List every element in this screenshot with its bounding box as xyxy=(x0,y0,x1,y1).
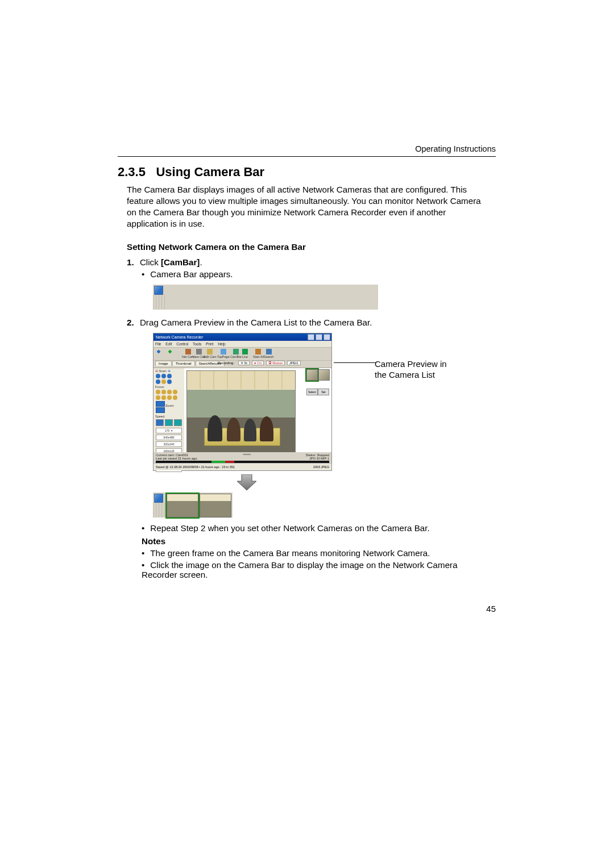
cambar-handle-icon xyxy=(154,286,163,295)
status-bar: Current cam: Cam001 ****** Status: Stopp… xyxy=(154,452,331,464)
size-170: 170 ▾ xyxy=(156,428,182,433)
figure-camera-bar-empty xyxy=(153,285,378,310)
side-panel: ⊖ Scan: ⊕ Focus: Zoom: Speed: 170 ▾ 640x… xyxy=(154,368,184,460)
note-1: The green frame on the Camera Bar means … xyxy=(142,548,483,558)
section-heading: 2.3.5 Using Camera Bar xyxy=(118,165,496,180)
step-2-number: 2. xyxy=(127,318,134,327)
content-column: 2.3.5 Using Camera Bar The Camera Bar di… xyxy=(118,165,496,579)
tb-live: Live xyxy=(242,349,248,358)
app-toolbar: Net Cam View Cam Edit Cam TopPage CamBar… xyxy=(154,347,331,361)
menu-help: Help xyxy=(218,342,225,346)
page-number: 45 xyxy=(486,604,496,614)
footer-bar: Saved @ 13:28:29 2003/08/08 • 21 hours a… xyxy=(154,463,331,470)
tb-search: Search xyxy=(264,349,273,358)
header-rule xyxy=(118,156,496,157)
tb-startall: Start All xyxy=(253,349,264,358)
down-arrow-icon xyxy=(237,474,256,490)
step-1-pre: Click xyxy=(140,257,161,267)
cambar2-grip xyxy=(153,503,165,518)
window-buttons xyxy=(308,334,330,340)
menu-edit: Edit xyxy=(165,342,172,346)
maximize-icon xyxy=(316,334,322,340)
status-last: Last pic saved 21 hours ago. xyxy=(156,457,198,460)
tab-thumbnail: Thumbnail xyxy=(172,361,195,366)
camera-preview-thumb-2 xyxy=(318,369,330,381)
tb-editcam: Edit Cam xyxy=(204,349,217,358)
subheading: Setting Network Camera on the Camera Bar xyxy=(127,242,496,252)
recording-cluster: Recording: ✕ St ● On ⦿ Motion JPEG xyxy=(216,361,302,365)
running-header: Operating Instructions xyxy=(415,144,496,153)
figure-camera-bar-filled xyxy=(153,493,233,518)
ptz-pad xyxy=(156,374,182,378)
rec-label: Recording: xyxy=(216,361,236,365)
menu-control: Control xyxy=(176,342,188,346)
size-640: 640x480 xyxy=(156,435,182,440)
step-1: 1. Click [CamBar]. xyxy=(127,257,496,267)
menu-print: Print xyxy=(206,342,213,346)
cambar2-handle-icon xyxy=(154,494,163,503)
menu-tools: Tools xyxy=(193,342,201,346)
step-2-repeat-bullet: Repeat Step 2 when you set other Network… xyxy=(142,523,496,533)
camera-preview-thumb-1 xyxy=(306,369,318,381)
status-stars: ****** xyxy=(243,453,251,457)
step-1-bullet: Camera Bar appears. xyxy=(142,269,496,279)
footer-right: 2003 JPEG xyxy=(313,464,329,470)
camlist-select: Select xyxy=(306,389,318,395)
callout-text: Camera Preview in the Camera List xyxy=(375,358,483,380)
tb-back xyxy=(156,349,161,355)
app-tabs: ImageThumbnailSearchResults Recording: ✕… xyxy=(154,361,331,368)
camera-list: SelectSet xyxy=(306,369,330,395)
app-title: Network Camera Recorder xyxy=(156,335,203,339)
step-1-bold: [CamBar] xyxy=(161,257,200,267)
heading-number: 2.3.5 xyxy=(118,165,146,179)
app-titlebar: Network Camera Recorder xyxy=(154,333,331,341)
note-2: Click the image on the Camera Bar to dis… xyxy=(142,560,483,579)
svg-marker-0 xyxy=(237,474,256,490)
minimize-icon xyxy=(308,334,314,340)
callout-line1: Camera Preview in xyxy=(375,359,447,369)
close-icon xyxy=(323,334,330,340)
heading-title: Using Camera Bar xyxy=(156,165,264,179)
cambar-grip xyxy=(153,295,165,310)
notes-label: Notes xyxy=(142,536,496,546)
tab-image: Image xyxy=(155,361,172,366)
callout-leader-line xyxy=(334,362,376,363)
step-2-text: Drag Camera Preview in the Camera List t… xyxy=(140,318,372,327)
size-320: 320x240 xyxy=(156,441,182,447)
camera-viewport xyxy=(186,370,296,457)
intro-paragraph: The Camera Bar displays images of all ac… xyxy=(127,184,488,229)
tb-fwd xyxy=(167,349,173,355)
tb-toppage: TopPage xyxy=(217,349,230,358)
figure-app-wrapper: Camera Preview in the Camera List Networ… xyxy=(153,333,494,471)
rec-stop: ✕ St xyxy=(238,361,250,365)
camlist-set: Set xyxy=(318,389,329,395)
menu-file: File xyxy=(155,342,161,346)
callout-line2: the Camera List xyxy=(375,370,435,379)
cambar-thumb-1 xyxy=(167,494,198,518)
rec-on: ● On xyxy=(252,361,264,365)
step-1-post: . xyxy=(200,257,202,267)
status-jpg: JPG Sf MIP 1 xyxy=(309,457,329,460)
figure-app-screenshot: Network Camera Recorder File Edit Contro… xyxy=(153,333,332,471)
tb-cambar: CamBar xyxy=(230,349,242,358)
app-body: ⊖ Scan: ⊕ Focus: Zoom: Speed: 170 ▾ 640x… xyxy=(154,368,331,460)
footer-left: Saved @ 13:28:29 2003/08/08 • 21 hours a… xyxy=(156,464,235,470)
step-1-number: 1. xyxy=(127,257,134,267)
step-2: 2. Drag Camera Preview in the Camera Lis… xyxy=(127,318,496,327)
rec-motion: ⦿ Motion xyxy=(266,361,285,365)
cambar-thumb-2 xyxy=(200,494,231,518)
rec-jpeg: JPEG xyxy=(287,361,301,365)
app-menubar: File Edit Control Tools Print Help xyxy=(154,341,331,347)
